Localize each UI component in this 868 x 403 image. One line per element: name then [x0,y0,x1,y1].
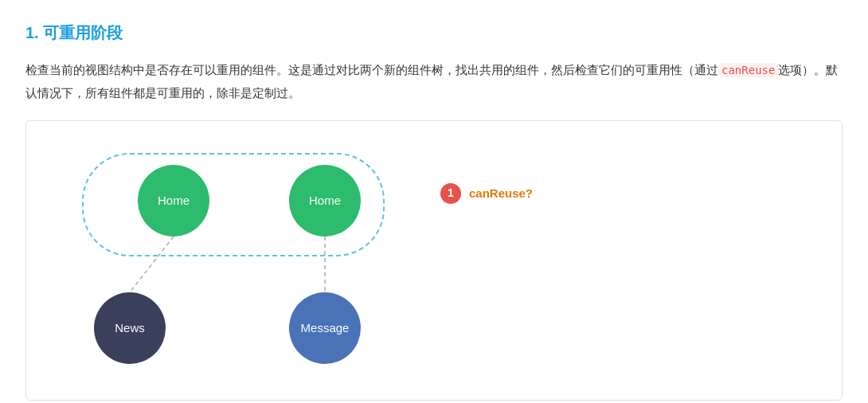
annotation: 1 canReuse? [440,183,533,204]
node-home-left: Home [138,165,209,237]
node-news: News [94,292,166,364]
node-message: Message [289,292,361,364]
code-token: canReuse [718,63,778,77]
description: 检查当前的视图结构中是否存在可以重用的组件。这是通过对比两个新的组件树，找出共用… [25,59,843,104]
diagram-container: Home Home News Message 1 canReuse? [25,120,843,401]
annotation-label: canReuse? [469,183,533,204]
description-text-1: 检查当前的视图结构中是否存在可以重用的组件。这是通过对比两个新的组件树，找出共用… [25,63,718,76]
node-home-right: Home [289,165,361,237]
annotation-badge: 1 [440,183,461,204]
diagram-inner: Home Home News Message 1 canReuse? [50,145,818,376]
section-title: 1. 可重用阶段 [25,19,843,46]
